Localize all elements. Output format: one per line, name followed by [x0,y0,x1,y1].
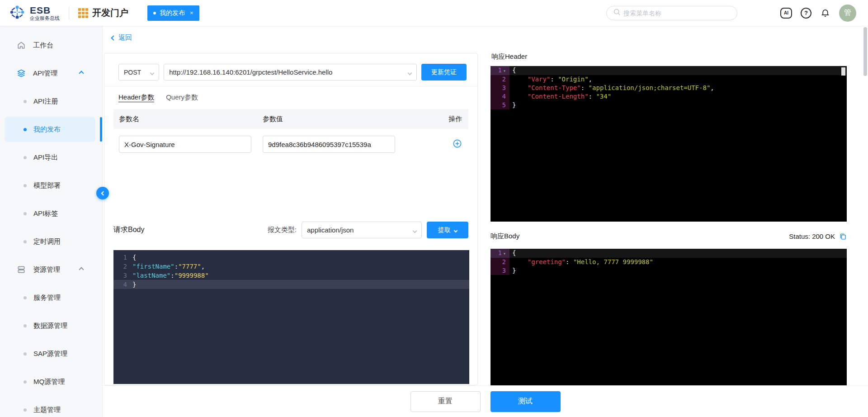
code-text: "greeting": "Hello, 7777 9999988" [509,258,653,266]
sidebar-item-10[interactable]: 数据源管理 [0,312,102,340]
code-line: 2 "Vary": "Origin", [491,75,847,84]
sidebar-item-label: 数据源管理 [33,322,67,330]
code-text: { [509,66,516,75]
response-header-title: 响应Header [491,52,527,61]
url-select[interactable]: http://192.168.16.140:6201/grpctest/Hell… [164,64,417,81]
sidebar-item-4[interactable]: API导出 [0,143,102,171]
test-button[interactable]: 测试 [491,391,561,412]
user-avatar[interactable]: 管 [839,5,856,22]
params-table: 参数名 参数值 操作 [113,109,468,153]
editor-scrollbar-thumb[interactable] [841,67,845,76]
section-divider [104,86,477,86]
layers-icon [16,69,26,78]
response-body-editor[interactable]: 1▾{2 "greeting": "Hello, 7777 9999988"3} [491,249,847,385]
sidebar-item-13[interactable]: 主题管理 [0,396,102,417]
ai-assistant-icon[interactable]: AI [780,8,792,19]
back-button[interactable]: 返回 [112,33,132,42]
brand-logo: ESB 企业服务总线 [8,3,60,23]
sidebar-item-label: 主题管理 [33,406,61,414]
method-select[interactable]: POST [118,64,159,81]
tab-dot-icon [153,12,156,14]
line-number: 2 [491,75,509,84]
code-line: 3} [491,266,847,275]
sidebar-item-9[interactable]: 服务管理 [0,284,102,312]
page-scrollbar[interactable] [863,27,867,417]
sidebar-collapse-button[interactable] [96,187,109,199]
line-number: 1▾ [491,249,509,258]
reset-button[interactable]: 重置 [410,391,481,412]
code-line: 1▾{ [491,66,847,75]
esb-logo-icon [8,3,26,23]
add-param-icon[interactable] [453,139,462,148]
sidebar-item-label: API导出 [33,153,58,162]
copy-icon[interactable] [839,232,847,240]
search-icon [613,8,621,18]
code-text: "Vary": "Origin", [509,75,592,84]
sidebar-item-11[interactable]: SAP源管理 [0,340,102,368]
tab-label: 我的发布 [160,9,185,17]
search-input[interactable] [623,9,731,17]
line-number: 1▾ [491,66,509,75]
sidebar-item-label: API管理 [33,69,57,78]
sidebar-item-12[interactable]: MQ源管理 [0,368,102,396]
code-line: 2 "greeting": "Hello, 7777 9999988" [491,258,847,266]
extract-button[interactable]: 提取 [427,222,468,238]
sidebar-item-6[interactable]: API标签 [0,199,102,227]
col-actions: 操作 [440,115,468,123]
bullet-dot-icon [24,352,27,355]
tab-header-params[interactable]: Header参数 [118,93,154,102]
line-number: 4 [491,92,509,101]
tab-query-params[interactable]: Query参数 [166,93,198,102]
sidebar-item-2[interactable]: API注册 [0,87,102,115]
line-number: 3 [491,84,509,92]
brand-subtitle: 企业服务总线 [30,15,60,21]
request-body-editor[interactable]: 1{2"firstName":"7777",3"lastName":"99999… [113,250,469,384]
bullet-dot-icon [24,380,27,384]
code-text: "Content-Length": "34" [509,92,611,101]
sidebar-item-label: 资源管理 [33,265,60,274]
sidebar-item-label: 模型部署 [33,181,61,190]
portal-home[interactable]: 开发门户 [78,7,128,19]
fold-arrow-icon[interactable]: ▾ [503,68,506,73]
content-type-select[interactable]: application/json [302,222,422,238]
scrollbar-thumb[interactable] [863,27,867,76]
sidebar-item-label: MQ源管理 [33,378,65,386]
response-header-editor[interactable]: 1▾{2 "Vary": "Origin",3 "Content-Type": … [491,66,847,222]
sidebar-item-8[interactable]: 资源管理 [0,256,102,284]
fold-arrow-icon[interactable]: ▾ [503,251,506,256]
sidebar-item-0[interactable]: 工作台 [0,31,102,59]
line-number: 2 [491,258,509,266]
code-line: 2"firstName":"7777", [113,262,469,271]
code-line: 3 "Content-Type": "application/json;char… [491,84,847,92]
menu-search-box[interactable] [606,6,737,20]
update-credential-button[interactable]: 更新凭证 [421,64,467,81]
open-tab-my-publish[interactable]: 我的发布 × [147,5,199,21]
code-line: 1{ [113,253,469,262]
notification-bell-icon[interactable] [820,8,830,18]
chevron-down-icon [150,71,155,75]
tab-close-icon[interactable]: × [190,9,193,16]
portal-title: 开发门户 [92,7,128,19]
sidebar-item-7[interactable]: 定时调用 [0,227,102,256]
chevron-down-icon [408,71,412,75]
code-text: } [130,280,136,289]
sidebar-item-1[interactable]: API管理 [0,59,102,87]
sidebar-item-5[interactable]: 模型部署 [0,171,102,199]
chevron-down-icon [413,228,417,233]
param-name-input[interactable] [119,136,251,153]
sidebar-item-3[interactable]: 我的发布 [0,115,102,143]
param-value-input[interactable] [263,136,395,153]
sidebar-item-label: 我的发布 [33,125,61,134]
code-text: "Content-Type": "application/json;charse… [509,84,714,92]
header-divider [69,7,69,19]
help-icon[interactable]: ? [801,8,811,19]
chevron-up-icon [79,267,84,272]
bullet-dot-icon [24,408,27,412]
bullet-dot-icon [24,296,27,299]
line-number: 2 [113,262,130,271]
code-text: { [509,249,516,258]
chevron-left-icon [101,191,106,195]
sidebar-item-label: API注册 [33,97,58,106]
col-param-value: 参数值 [263,115,440,123]
bullet-dot-icon [24,240,27,243]
